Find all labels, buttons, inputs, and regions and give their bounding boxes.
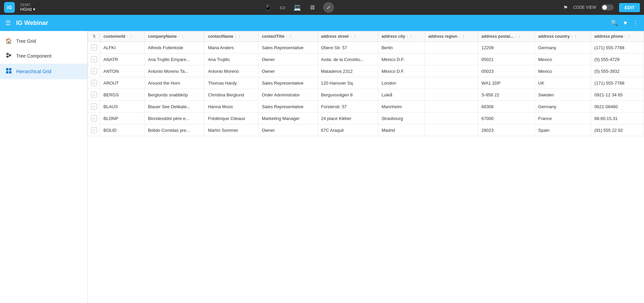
expand-row-button[interactable]: › <box>91 115 97 121</box>
col-header-address-country[interactable]: address country ↑ ⋮ <box>535 31 591 42</box>
cell-addressCity: London <box>378 77 425 89</box>
cell-addressCity: Mannheim <box>378 101 425 113</box>
menu-icon-address-city[interactable]: ⋮ <box>409 35 413 38</box>
row-expand-cell[interactable]: › <box>88 77 100 89</box>
desktop-view-icon[interactable]: 🖥 <box>309 4 315 11</box>
menu-icon-address-region[interactable]: ⋮ <box>462 35 465 38</box>
flag-icon[interactable]: ⚑ <box>563 4 568 11</box>
col-header-contact-title[interactable]: contactTitle ↑ ⋮ <box>258 31 317 42</box>
code-view-toggle[interactable] <box>602 4 614 10</box>
col-header-address-region[interactable]: address region ↑ ⋮ <box>425 31 478 42</box>
col-header-address-phone[interactable]: address phone ↑ ⋮ <box>591 31 644 42</box>
col-header-address-city[interactable]: address city ↑ ⋮ <box>378 31 425 42</box>
cell-contactName: Ana Trujillo <box>205 54 258 65</box>
cell-addressStreet: Obere Str. 57 <box>317 42 378 54</box>
row-expand-cell[interactable]: › <box>88 101 100 113</box>
header-icons: 🔍 ♥ ⋮ <box>611 19 639 27</box>
cell-companyName: Around the Horn <box>144 77 204 89</box>
menu-icon-contact-title[interactable]: ⋮ <box>289 35 292 38</box>
svg-rect-7 <box>6 71 8 73</box>
cell-contactTitle: Order Administrator <box>258 89 317 101</box>
col-header-customer-id[interactable]: customerId ↑ ⋮ <box>100 31 145 42</box>
dropdown-chevron[interactable]: ▾ <box>33 7 35 12</box>
cell-addressPhone: (171) 555-7788 <box>591 42 644 54</box>
fullscreen-button[interactable]: ⤢ <box>323 2 334 13</box>
col-header-company-name[interactable]: companyName ↑ ⋮ <box>144 31 204 42</box>
sidebar-item-tree-component-label: Tree Component <box>16 53 52 59</box>
cell-contactName: Martín Sommer <box>205 124 258 136</box>
row-expand-cell[interactable]: › <box>88 54 100 65</box>
grid-container[interactable]: ⇅ customerId ↑ ⋮ companyName <box>88 31 644 303</box>
svg-rect-2 <box>9 54 11 56</box>
sort-icon-customer-id: ↑ <box>127 35 128 38</box>
cell-addressCity: Berlin <box>378 42 425 54</box>
more-options-icon[interactable]: ⋮ <box>633 19 639 27</box>
cell-addressRegion <box>425 101 478 113</box>
cell-contactTitle: Owner <box>258 54 317 65</box>
expand-row-button[interactable]: › <box>91 127 97 133</box>
table-row: ›BLAUSBlauer See Delikate...Hanna MoosSa… <box>88 101 644 113</box>
cell-addressPhone: (171) 555-7788 <box>591 77 644 89</box>
sort-icon-address-phone: ↑ <box>624 35 626 38</box>
cell-addressRegion <box>425 65 478 77</box>
expand-row-button[interactable]: › <box>91 92 97 98</box>
svg-rect-6 <box>6 68 8 70</box>
col-header-address-postal[interactable]: address postal... ↑ ⋮ <box>478 31 534 42</box>
menu-icon-address-country[interactable]: ⋮ <box>574 35 577 38</box>
cell-contactName: Maria Anders <box>205 42 258 54</box>
sidebar-item-tree-grid[interactable]: 🏠 Tree Grid <box>0 34 87 48</box>
cell-addressPostal: S-958 22 <box>478 89 534 101</box>
expand-row-button[interactable]: › <box>91 68 97 74</box>
table-row: ›BERGSBerglunds snabbköpChristina Berglu… <box>88 89 644 101</box>
cell-contactTitle: Sales Representative <box>258 42 317 54</box>
cell-companyName: Blauer See Delikate... <box>144 101 204 113</box>
menu-icon-customer-id[interactable]: ⋮ <box>130 35 133 38</box>
main-content: ⇅ customerId ↑ ⋮ companyName <box>88 31 644 303</box>
cell-addressStreet: 24 place Kléber <box>317 113 378 124</box>
hierarchical-grid-table: ⇅ customerId ↑ ⋮ companyName <box>88 31 644 136</box>
cell-addressCity: Madrid <box>378 124 425 136</box>
heart-icon[interactable]: ♥ <box>623 20 627 27</box>
menu-icon-contact-name[interactable]: ⋮ <box>238 35 241 38</box>
cell-addressCountry: Spain <box>535 124 591 136</box>
expand-row-button[interactable]: › <box>91 56 97 62</box>
laptop-view-icon[interactable]: 💻 <box>294 4 301 11</box>
cell-addressPostal: 05021 <box>478 54 534 65</box>
sidebar-item-hierarchical-grid[interactable]: Hierarchical Grid <box>0 64 87 79</box>
sidebar-item-tree-component[interactable]: Tree Component <box>0 48 87 64</box>
cell-addressStreet: Avda. de la Constitu... <box>317 54 378 65</box>
code-view-label: CODE VIEW <box>573 5 596 10</box>
menu-icon-address-street[interactable]: ⋮ <box>353 35 357 38</box>
sort-icon-address-street: ↑ <box>350 35 352 38</box>
col-header-address-street[interactable]: address street ↑ ⋮ <box>317 31 378 42</box>
expand-all-icon[interactable]: ⇅ <box>92 34 96 39</box>
edit-button[interactable]: EDIT <box>619 3 640 12</box>
col-header-contact-name[interactable]: contactName ↑ ⋮ <box>205 31 258 42</box>
menu-icon-address-phone[interactable]: ⋮ <box>627 35 631 38</box>
expand-row-button[interactable]: › <box>91 103 97 110</box>
row-expand-cell[interactable]: › <box>88 89 100 101</box>
cell-addressPhone: (5) 555-4729 <box>591 54 644 65</box>
menu-icon-company-name[interactable]: ⋮ <box>181 35 184 38</box>
mobile-view-icon[interactable]: 📱 <box>264 4 272 11</box>
tablet-view-icon[interactable]: ▭ <box>280 4 285 11</box>
table-row: ›BOLIDBólido Comidas pre...Martín Sommer… <box>88 124 644 136</box>
app-header: ☰ IG Webinar 🔍 ♥ ⋮ <box>0 15 644 31</box>
cell-contactTitle: Sales Representative <box>258 101 317 113</box>
cell-addressPhone: 0621-08460 <box>591 101 644 113</box>
cell-addressRegion <box>425 42 478 54</box>
menu-icon-address-postal[interactable]: ⋮ <box>518 35 521 38</box>
cell-addressRegion <box>425 124 478 136</box>
cell-contactName: Frédérique Citeaux <box>205 113 258 124</box>
cell-companyName: Blondesddsl père e... <box>144 113 204 124</box>
search-icon[interactable]: 🔍 <box>611 19 618 27</box>
expand-row-button[interactable]: › <box>91 80 97 86</box>
cell-addressPostal: 12209 <box>478 42 534 54</box>
row-expand-cell[interactable]: › <box>88 113 100 124</box>
row-expand-cell[interactable]: › <box>88 42 100 54</box>
row-expand-cell[interactable]: › <box>88 124 100 136</box>
row-expand-cell[interactable]: › <box>88 65 100 77</box>
cell-addressRegion <box>425 113 478 124</box>
hamburger-menu-icon[interactable]: ☰ <box>5 19 11 27</box>
expand-row-button[interactable]: › <box>91 44 97 51</box>
